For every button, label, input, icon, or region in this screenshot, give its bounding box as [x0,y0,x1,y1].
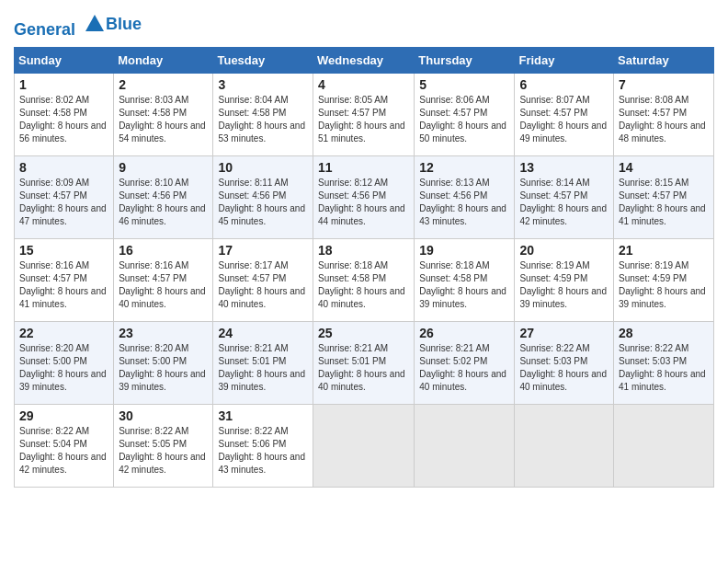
day-info: Sunrise: 8:22 AM Sunset: 5:06 PM Dayligh… [218,425,308,477]
day-number: 21 [619,243,709,258]
day-number: 5 [419,77,509,92]
day-number: 26 [419,326,509,340]
day-number: 25 [318,326,409,340]
day-header-monday: Monday [114,47,213,73]
day-cell: 4 Sunrise: 8:05 AM Sunset: 4:57 PM Dayli… [313,73,415,155]
day-number: 29 [19,408,108,423]
header: General Blue [14,9,714,40]
day-info: Sunrise: 8:18 AM Sunset: 4:58 PM Dayligh… [419,259,509,311]
day-number: 9 [119,160,208,175]
day-number: 17 [218,243,308,258]
day-info: Sunrise: 8:11 AM Sunset: 4:56 PM Dayligh… [218,177,308,228]
day-cell [415,404,515,487]
day-cell [515,404,614,487]
logo: General Blue [14,9,142,40]
day-cell: 3 Sunrise: 8:04 AM Sunset: 4:58 PM Dayli… [213,73,313,155]
day-info: Sunrise: 8:21 AM Sunset: 5:01 PM Dayligh… [318,342,409,394]
logo-general: General [14,20,75,39]
day-cell: 21 Sunrise: 8:19 AM Sunset: 4:59 PM Dayl… [614,238,714,321]
day-info: Sunrise: 8:20 AM Sunset: 5:00 PM Dayligh… [119,342,208,394]
day-info: Sunrise: 8:09 AM Sunset: 4:57 PM Dayligh… [19,177,108,228]
day-number: 28 [619,326,709,340]
calendar-header-row: SundayMondayTuesdayWednesdayThursdayFrid… [15,47,714,73]
day-info: Sunrise: 8:08 AM Sunset: 4:57 PM Dayligh… [619,94,709,145]
day-info: Sunrise: 8:19 AM Sunset: 4:59 PM Dayligh… [619,259,709,311]
day-number: 13 [519,160,609,175]
day-cell: 29 Sunrise: 8:22 AM Sunset: 5:04 PM Dayl… [15,404,114,487]
day-cell [313,404,415,487]
day-cell: 5 Sunrise: 8:06 AM Sunset: 4:57 PM Dayli… [415,73,515,155]
day-info: Sunrise: 8:21 AM Sunset: 5:01 PM Dayligh… [218,342,308,394]
day-number: 19 [419,243,509,258]
day-info: Sunrise: 8:15 AM Sunset: 4:57 PM Dayligh… [619,177,709,228]
day-number: 6 [519,77,609,92]
day-info: Sunrise: 8:20 AM Sunset: 5:00 PM Dayligh… [19,342,108,394]
day-number: 22 [19,326,108,340]
logo-blue: Blue [106,16,142,34]
day-info: Sunrise: 8:21 AM Sunset: 5:02 PM Dayligh… [419,342,509,394]
day-cell: 25 Sunrise: 8:21 AM Sunset: 5:01 PM Dayl… [313,321,415,404]
day-number: 14 [619,160,709,175]
day-cell: 19 Sunrise: 8:18 AM Sunset: 4:58 PM Dayl… [415,238,515,321]
day-info: Sunrise: 8:22 AM Sunset: 5:05 PM Dayligh… [119,425,208,477]
day-cell: 10 Sunrise: 8:11 AM Sunset: 4:56 PM Dayl… [213,155,313,238]
day-info: Sunrise: 8:22 AM Sunset: 5:03 PM Dayligh… [619,342,709,394]
week-row-4: 22 Sunrise: 8:20 AM Sunset: 5:00 PM Dayl… [15,321,714,404]
day-info: Sunrise: 8:16 AM Sunset: 4:57 PM Dayligh… [19,259,108,311]
day-header-friday: Friday [515,47,614,73]
day-cell: 2 Sunrise: 8:03 AM Sunset: 4:58 PM Dayli… [114,73,213,155]
day-number: 8 [19,160,108,175]
day-info: Sunrise: 8:10 AM Sunset: 4:56 PM Dayligh… [119,177,208,228]
logo-icon [82,9,108,35]
page: General Blue SundayMondayTuesdayWednesda… [0,0,728,501]
day-info: Sunrise: 8:03 AM Sunset: 4:58 PM Dayligh… [119,94,208,145]
day-cell: 31 Sunrise: 8:22 AM Sunset: 5:06 PM Dayl… [213,404,313,487]
day-cell: 18 Sunrise: 8:18 AM Sunset: 4:58 PM Dayl… [313,238,415,321]
day-cell [614,404,714,487]
day-cell: 27 Sunrise: 8:22 AM Sunset: 5:03 PM Dayl… [515,321,614,404]
day-cell: 7 Sunrise: 8:08 AM Sunset: 4:57 PM Dayli… [614,73,714,155]
week-row-5: 29 Sunrise: 8:22 AM Sunset: 5:04 PM Dayl… [15,404,714,487]
day-info: Sunrise: 8:13 AM Sunset: 4:56 PM Dayligh… [419,177,509,228]
day-number: 31 [218,408,308,423]
day-number: 2 [119,77,208,92]
day-cell: 11 Sunrise: 8:12 AM Sunset: 4:56 PM Dayl… [313,155,415,238]
calendar-table: SundayMondayTuesdayWednesdayThursdayFrid… [14,47,714,488]
day-info: Sunrise: 8:12 AM Sunset: 4:56 PM Dayligh… [318,177,409,228]
day-info: Sunrise: 8:22 AM Sunset: 5:04 PM Dayligh… [19,425,108,477]
day-number: 20 [519,243,609,258]
week-row-2: 8 Sunrise: 8:09 AM Sunset: 4:57 PM Dayli… [15,155,714,238]
day-cell: 17 Sunrise: 8:17 AM Sunset: 4:57 PM Dayl… [213,238,313,321]
logo-text: General [14,9,108,40]
day-cell: 14 Sunrise: 8:15 AM Sunset: 4:57 PM Dayl… [614,155,714,238]
day-info: Sunrise: 8:17 AM Sunset: 4:57 PM Dayligh… [218,259,308,311]
day-cell: 26 Sunrise: 8:21 AM Sunset: 5:02 PM Dayl… [415,321,515,404]
day-info: Sunrise: 8:22 AM Sunset: 5:03 PM Dayligh… [519,342,609,394]
day-cell: 24 Sunrise: 8:21 AM Sunset: 5:01 PM Dayl… [213,321,313,404]
day-number: 16 [119,243,208,258]
day-info: Sunrise: 8:04 AM Sunset: 4:58 PM Dayligh… [218,94,308,145]
day-cell: 23 Sunrise: 8:20 AM Sunset: 5:00 PM Dayl… [114,321,213,404]
day-info: Sunrise: 8:19 AM Sunset: 4:59 PM Dayligh… [519,259,609,311]
day-number: 30 [119,408,208,423]
day-number: 12 [419,160,509,175]
day-number: 7 [619,77,709,92]
day-number: 1 [19,77,108,92]
day-info: Sunrise: 8:06 AM Sunset: 4:57 PM Dayligh… [419,94,509,145]
week-row-1: 1 Sunrise: 8:02 AM Sunset: 4:58 PM Dayli… [15,73,714,155]
day-header-wednesday: Wednesday [313,47,415,73]
day-cell: 22 Sunrise: 8:20 AM Sunset: 5:00 PM Dayl… [15,321,114,404]
day-info: Sunrise: 8:05 AM Sunset: 4:57 PM Dayligh… [318,94,409,145]
day-number: 24 [218,326,308,340]
day-number: 3 [218,77,308,92]
day-cell: 28 Sunrise: 8:22 AM Sunset: 5:03 PM Dayl… [614,321,714,404]
day-cell: 16 Sunrise: 8:16 AM Sunset: 4:57 PM Dayl… [114,238,213,321]
day-number: 4 [318,77,409,92]
day-number: 15 [19,243,108,258]
day-info: Sunrise: 8:07 AM Sunset: 4:57 PM Dayligh… [519,94,609,145]
day-header-tuesday: Tuesday [213,47,313,73]
day-number: 10 [218,160,308,175]
day-info: Sunrise: 8:16 AM Sunset: 4:57 PM Dayligh… [119,259,208,311]
svg-marker-0 [85,15,104,31]
day-cell: 1 Sunrise: 8:02 AM Sunset: 4:58 PM Dayli… [15,73,114,155]
